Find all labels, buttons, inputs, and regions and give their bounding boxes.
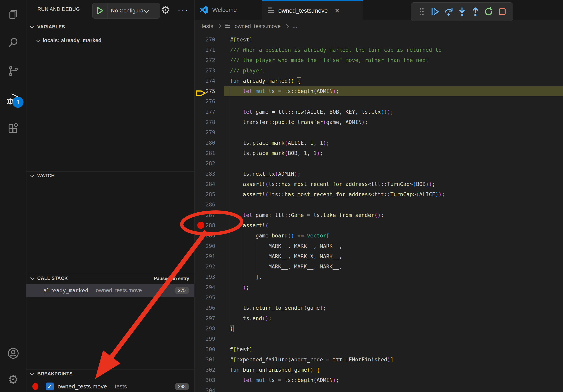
code-line[interactable]: 298} [194, 323, 563, 334]
line-number[interactable]: 282 [194, 160, 224, 166]
source-control-icon[interactable] [0, 60, 26, 82]
line-number[interactable]: 292 [194, 263, 224, 270]
code-line[interactable]: 270#[test] [194, 34, 563, 45]
section-call-stack[interactable]: CALL STACK [31, 275, 68, 281]
step-out-icon[interactable] [471, 7, 480, 16]
step-over-icon[interactable] [444, 7, 453, 16]
line-number[interactable]: 274 [194, 78, 224, 84]
code-line[interactable]: 293 ], [194, 272, 563, 282]
debug-config-dropdown[interactable]: No Configura [92, 3, 160, 19]
line-number[interactable]: 293 [194, 274, 224, 280]
search-icon[interactable] [0, 32, 26, 54]
code-line[interactable]: 279 [194, 127, 563, 138]
breakpoint-list-item[interactable]: ✓ owned_tests.move tests 288 [26, 380, 194, 392]
line-number[interactable]: 273 [194, 67, 224, 74]
line-number[interactable]: 279 [194, 129, 224, 135]
line-number[interactable]: 295 [194, 295, 224, 301]
restart-icon[interactable] [484, 7, 493, 16]
debug-settings-gear-icon[interactable]: ⚙ [161, 5, 170, 15]
line-number[interactable]: 298 [194, 326, 224, 332]
line-number[interactable]: 281 [194, 150, 224, 156]
code-line[interactable]: 300#[test] [194, 344, 563, 354]
line-number[interactable]: 278 [194, 119, 224, 125]
tab-owned-tests-move[interactable]: owned_tests.move ✕ [262, 0, 363, 21]
line-number[interactable]: 277 [194, 109, 224, 115]
line-number[interactable]: 303 [194, 377, 224, 383]
code-line[interactable]: 280 ts.place_mark(ALICE, 1, 1); [194, 138, 563, 148]
code-line[interactable]: 294 ); [194, 282, 563, 292]
code-line[interactable]: 278 transfer::public_transfer(game, ADMI… [194, 117, 563, 127]
code-line[interactable]: 273/// player. [194, 65, 563, 76]
code-line[interactable]: 283 ts.next_tx(ADMIN); [194, 169, 563, 179]
code-line[interactable]: 287 let game: ttt::Game = ts.take_from_s… [194, 210, 563, 220]
code-line[interactable]: 285 assert!(!ts::has_most_recent_for_add… [194, 189, 563, 199]
code-line[interactable]: 282 [194, 158, 563, 169]
breakpoint-checkbox[interactable]: ✓ [46, 382, 54, 391]
line-number[interactable]: 299 [194, 336, 224, 342]
code-line[interactable]: 291 MARK__, MARK_X, MARK__, [194, 251, 563, 261]
start-debugging-icon[interactable] [92, 3, 108, 18]
line-number[interactable]: 285 [194, 191, 224, 197]
more-actions-icon[interactable]: ··· [178, 5, 189, 15]
line-number[interactable]: 275 [194, 88, 224, 94]
settings-gear-icon[interactable]: ⚙ [0, 369, 26, 391]
line-number[interactable]: 270 [194, 37, 224, 43]
line-number[interactable]: 290 [194, 243, 224, 249]
line-number[interactable]: 297 [194, 315, 224, 321]
code-line[interactable]: 274fun already_marked() { [194, 76, 563, 86]
code-line[interactable]: 272/// the player who made the "false" m… [194, 55, 563, 65]
code-line[interactable]: 277 let game = ttt::new(ALICE, BOB, KEY,… [194, 107, 563, 117]
code-line[interactable]: 288 assert!( [194, 220, 563, 230]
code-line[interactable]: 281 ts.place_mark(BOB, 1, 1); [194, 148, 563, 158]
line-number[interactable]: 276 [194, 98, 224, 105]
code-line[interactable]: 297 ts.end(); [194, 313, 563, 323]
line-number[interactable]: 271 [194, 47, 224, 53]
variables-locals-scope[interactable]: locals: already_marked [37, 38, 102, 44]
breadcrumb-folder[interactable]: tests [202, 23, 213, 29]
breadcrumb-more[interactable]: ... [293, 23, 297, 29]
code-line[interactable]: 299 [194, 334, 563, 344]
line-number[interactable]: 304 [194, 387, 224, 392]
line-number[interactable]: 288 [194, 222, 224, 228]
account-icon[interactable] [0, 342, 26, 364]
line-number[interactable]: 300 [194, 346, 224, 352]
line-number[interactable]: 302 [194, 367, 224, 373]
line-number[interactable]: 294 [194, 284, 224, 290]
line-number[interactable]: 287 [194, 212, 224, 218]
step-into-icon[interactable] [458, 7, 467, 16]
code-line[interactable]: 295 [194, 292, 563, 303]
drag-handle-icon[interactable] [417, 7, 426, 16]
section-watch[interactable]: WATCH [31, 173, 55, 178]
breadcrumb-file[interactable]: owned_tests.move [235, 23, 281, 29]
line-number[interactable]: 289 [194, 233, 224, 239]
line-number[interactable]: 291 [194, 253, 224, 259]
line-number[interactable]: 296 [194, 305, 224, 311]
line-number[interactable]: 286 [194, 202, 224, 208]
code-line[interactable]: 271/// When a position is already marked… [194, 45, 563, 55]
code-line[interactable]: 296 ts.return_to_sender(game); [194, 303, 563, 313]
extensions-icon[interactable] [0, 117, 26, 139]
code-line[interactable]: 284 assert!(ts::has_most_recent_for_addr… [194, 179, 563, 189]
code-line[interactable]: 292 MARK__, MARK__, MARK__, [194, 261, 563, 272]
code-line[interactable]: 301#[expected_failure(abort_code = ttt::… [194, 354, 563, 365]
breakpoint-dot-icon[interactable] [197, 222, 204, 229]
code-line[interactable]: 276 [194, 96, 563, 107]
code-line[interactable]: 304 [194, 385, 563, 392]
run-and-debug-icon[interactable]: 1 [0, 88, 26, 110]
code-line[interactable]: 286 [194, 199, 563, 210]
code-editor[interactable]: 270#[test]271/// When a position is alre… [194, 33, 563, 392]
stop-icon[interactable] [498, 7, 507, 16]
close-icon[interactable]: ✕ [334, 7, 340, 14]
section-variables[interactable]: VARIABLES [31, 24, 65, 30]
line-number[interactable]: 280 [194, 140, 224, 146]
section-breakpoints[interactable]: BREAKPOINTS [31, 371, 73, 377]
call-stack-frame-row[interactable]: already_marked owned_tests.move 275 [26, 284, 194, 297]
code-line[interactable]: 289 game.board() == vector[ [194, 231, 563, 241]
continue-icon[interactable] [431, 7, 440, 16]
line-number[interactable]: 283 [194, 171, 224, 177]
code-line[interactable]: 290 MARK__, MARK__, MARK__, [194, 241, 563, 251]
tab-welcome[interactable]: Welcome [194, 0, 262, 20]
code-line[interactable]: 275 let mut ts = ts::begin(ADMIN); [194, 86, 563, 96]
line-number[interactable]: 272 [194, 57, 224, 63]
line-number[interactable]: 301 [194, 356, 224, 363]
